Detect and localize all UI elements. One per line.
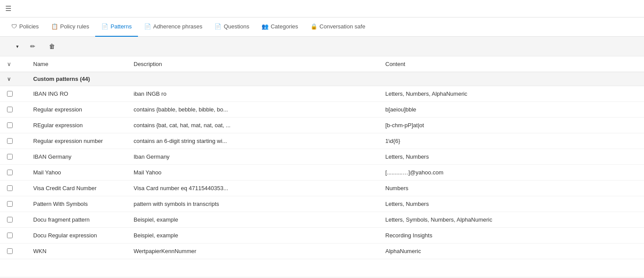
row-checkbox[interactable] xyxy=(7,122,33,128)
row-content: Letters, Numbers, AlphaNumeric xyxy=(386,90,637,97)
row-checkbox[interactable] xyxy=(7,233,33,238)
table-row[interactable]: Regular expression contains {babble, beb… xyxy=(0,102,644,118)
add-chevron-icon: ▾ xyxy=(16,44,19,49)
row-name: IBAN ING RO xyxy=(33,90,134,97)
table-row[interactable]: Pattern With Symbols pattern with symbol… xyxy=(0,196,644,212)
row-checkbox-input[interactable] xyxy=(7,248,13,254)
delete-icon: 🗑 xyxy=(49,43,55,50)
row-content: b[aeiou]bble xyxy=(386,106,637,113)
patterns-tab-label: Patterns xyxy=(110,23,131,30)
group-chevron-icon[interactable]: ∨ xyxy=(7,76,11,82)
row-name: Mail Yahoo xyxy=(33,169,134,176)
table-row[interactable]: Regular expression number contains an 6-… xyxy=(0,133,644,149)
row-checkbox[interactable] xyxy=(7,107,33,112)
row-content: AlphaNumeric xyxy=(386,248,637,254)
policy-rules-tab-icon: 📋 xyxy=(51,23,58,30)
row-checkbox-input[interactable] xyxy=(7,201,13,207)
table-area: ∨ Name Description Content ∨ Custom patt… xyxy=(0,56,644,277)
hamburger-icon[interactable]: ☰ xyxy=(5,4,11,13)
conversation-safe-tab-icon: 🔒 xyxy=(310,23,317,30)
categories-tab-icon: 👥 xyxy=(262,23,269,30)
row-name: Visa Credit Card Number xyxy=(33,185,134,191)
toolbar: ▾ ✏ 🗑 xyxy=(0,37,644,56)
row-content: Letters, Numbers xyxy=(386,153,637,160)
policies-tab-label: Policies xyxy=(19,23,39,30)
row-description: Mail Yahoo xyxy=(134,169,386,176)
table-rows-container: IBAN ING RO iban INGB ro Letters, Number… xyxy=(0,86,644,259)
row-checkbox-input[interactable] xyxy=(7,107,13,112)
row-description: Beispiel, example xyxy=(134,216,386,223)
row-content: Letters, Symbols, Numbers, AlphaNumeric xyxy=(386,216,637,223)
tab-policy-rules[interactable]: 📋Policy rules xyxy=(45,17,95,37)
nav-tabs: 🛡Policies📋Policy rules📄Patterns📄Adherenc… xyxy=(0,17,644,37)
row-description: contains an 6-digit string starting wi..… xyxy=(134,138,386,144)
questions-tab-label: Questions xyxy=(224,23,249,30)
table-row[interactable]: IBAN Germany Iban Germany Letters, Numbe… xyxy=(0,149,644,165)
categories-tab-label: Categories xyxy=(271,23,298,30)
delete-pattern-button[interactable]: 🗑 xyxy=(44,40,62,52)
row-content: [b-chm-pP]at|ot xyxy=(386,122,637,129)
row-checkbox[interactable] xyxy=(7,248,33,254)
row-checkbox[interactable] xyxy=(7,217,33,222)
edit-icon: ✏ xyxy=(30,43,35,50)
row-checkbox-input[interactable] xyxy=(7,154,13,160)
row-checkbox[interactable] xyxy=(7,170,33,175)
edit-pattern-button[interactable]: ✏ xyxy=(25,40,42,52)
row-name: Docu Regular expression xyxy=(33,232,134,239)
conversation-safe-tab-label: Conversation safe xyxy=(320,23,365,30)
row-checkbox-input[interactable] xyxy=(7,138,13,144)
col-sort-header[interactable]: ∨ xyxy=(7,61,33,67)
row-content: Recording Insights xyxy=(386,232,637,239)
row-description: contains {bat, cat, hat, mat, nat, oat, … xyxy=(134,122,386,129)
row-checkbox-input[interactable] xyxy=(7,185,13,191)
sort-chevron-icon: ∨ xyxy=(7,61,11,67)
row-checkbox-input[interactable] xyxy=(7,217,13,222)
row-description: Iban Germany xyxy=(134,153,386,160)
row-description: Beispiel, example xyxy=(134,232,386,239)
col-name-header: Name xyxy=(33,61,134,67)
group-header-custom-patterns[interactable]: ∨ Custom patterns (44) xyxy=(0,72,644,86)
top-bar-left: ☰ xyxy=(5,4,17,13)
row-name: Docu fragment pattern xyxy=(33,216,134,223)
row-name: Regular expression xyxy=(33,106,134,113)
tab-adherence-phrases[interactable]: 📄Adherence phrases xyxy=(138,17,209,37)
row-checkbox-input[interactable] xyxy=(7,122,13,128)
add-pattern-button[interactable]: ▾ xyxy=(7,41,24,52)
row-checkbox-input[interactable] xyxy=(7,91,13,97)
row-name: WKN xyxy=(33,248,134,254)
table-row[interactable]: Docu fragment pattern Beispiel, example … xyxy=(0,212,644,228)
table-row[interactable]: Mail Yahoo Mail Yahoo [..........…]@yaho… xyxy=(0,165,644,181)
row-name: Pattern With Symbols xyxy=(33,201,134,207)
table-row[interactable]: Docu Regular expression Beispiel, exampl… xyxy=(0,228,644,243)
table-row[interactable]: Visa Credit Card Number Visa Card number… xyxy=(0,181,644,196)
row-content: Numbers xyxy=(386,185,637,191)
top-bar: ☰ xyxy=(0,0,644,17)
questions-tab-icon: 📄 xyxy=(214,23,221,30)
adherence-phrases-tab-icon: 📄 xyxy=(144,23,151,30)
tab-policies[interactable]: 🛡Policies xyxy=(5,17,45,37)
row-content: Letters, Numbers xyxy=(386,201,637,207)
row-name: IBAN Germany xyxy=(33,153,134,160)
col-content-header: Content xyxy=(386,61,637,67)
row-checkbox[interactable] xyxy=(7,201,33,207)
table-row[interactable]: REgular expression contains {bat, cat, h… xyxy=(0,118,644,133)
table-row[interactable]: IBAN ING RO iban INGB ro Letters, Number… xyxy=(0,86,644,102)
row-checkbox[interactable] xyxy=(7,154,33,160)
row-content: [..........…]@yahoo.com xyxy=(386,169,637,176)
policies-tab-icon: 🛡 xyxy=(11,23,17,30)
row-checkbox-input[interactable] xyxy=(7,170,13,175)
row-name: Regular expression number xyxy=(33,138,134,144)
tab-conversation-safe[interactable]: 🔒Conversation safe xyxy=(304,17,372,37)
row-checkbox[interactable] xyxy=(7,91,33,97)
tab-questions[interactable]: 📄Questions xyxy=(208,17,255,37)
row-description: iban INGB ro xyxy=(134,90,386,97)
row-description: contains {babble, bebble, bibble, bo... xyxy=(134,106,386,113)
row-checkbox[interactable] xyxy=(7,185,33,191)
row-description: WertpapierKennNummer xyxy=(134,248,386,254)
table-row[interactable]: WKN WertpapierKennNummer AlphaNumeric xyxy=(0,243,644,259)
tab-categories[interactable]: 👥Categories xyxy=(255,17,304,37)
row-checkbox-input[interactable] xyxy=(7,233,13,238)
tab-patterns[interactable]: 📄Patterns xyxy=(95,17,138,37)
row-checkbox[interactable] xyxy=(7,138,33,144)
row-content: 1\d{6} xyxy=(386,138,637,144)
